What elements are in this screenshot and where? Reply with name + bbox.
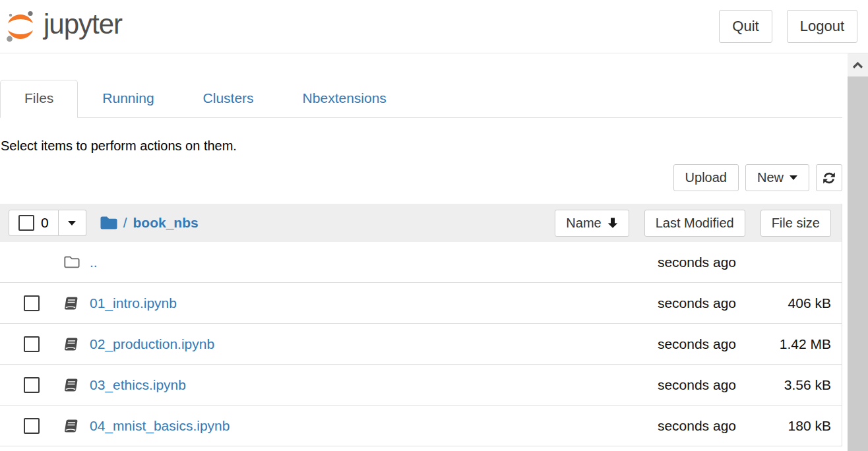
folder-icon — [100, 216, 117, 230]
notebook-list: 0 / book_nbs Name Last Modified — [0, 204, 842, 446]
refresh-icon — [822, 171, 836, 185]
row-checkbox[interactable] — [24, 377, 40, 393]
file-size-value: 1.42 MB — [736, 336, 842, 352]
folder-outline-icon — [63, 255, 80, 269]
file-name-link[interactable]: 04_mnist_basics.ipynb — [90, 418, 230, 433]
breadcrumb-current-folder[interactable]: book_nbs — [133, 215, 199, 231]
notebook-icon — [63, 419, 79, 433]
breadcrumb: / book_nbs — [100, 215, 199, 231]
tab-bar: Files Running Clusters Nbextensions — [0, 80, 842, 118]
breadcrumb-root-link[interactable]: / — [123, 215, 127, 231]
file-row: 04_mnist_basics.ipynb seconds ago 180 kB — [0, 406, 842, 446]
sort-name-button[interactable]: Name — [555, 210, 629, 237]
file-name-link[interactable]: 02_production.ipynb — [90, 336, 214, 351]
chevron-down-icon — [68, 221, 76, 226]
jupyter-planet-icon — [5, 8, 36, 45]
notebook-icon — [63, 378, 79, 392]
select-items-hint: Select items to perform actions on them. — [0, 138, 842, 154]
new-dropdown-button[interactable]: New — [745, 164, 809, 191]
row-checkbox[interactable] — [24, 295, 40, 311]
last-modified-value: seconds ago — [604, 418, 736, 434]
new-label: New — [757, 170, 784, 185]
last-modified-value: seconds ago — [604, 255, 736, 270]
last-modified-value: seconds ago — [604, 377, 736, 393]
sort-last-modified-button[interactable]: Last Modified — [644, 210, 745, 237]
file-row: 03_ethics.ipynb seconds ago 3.56 kB — [0, 365, 842, 406]
tab-nbextensions[interactable]: Nbextensions — [278, 80, 411, 118]
chevron-up-icon — [852, 61, 864, 69]
top-header: jupyter Quit Logout — [0, 0, 868, 53]
file-list-rows: .. seconds ago 01_intro.ipynb seconds ag… — [0, 242, 842, 446]
tab-files[interactable]: Files — [0, 80, 78, 118]
selected-count: 0 — [41, 215, 49, 231]
tab-clusters[interactable]: Clusters — [179, 80, 278, 118]
select-all-button[interactable]: 0 — [9, 210, 59, 236]
chevron-down-icon — [790, 175, 797, 180]
sort-file-size-button[interactable]: File size — [760, 210, 831, 237]
tab-running[interactable]: Running — [78, 80, 178, 118]
main-content: Files Running Clusters Nbextensions Sele… — [0, 53, 842, 446]
refresh-button[interactable] — [816, 164, 842, 191]
select-all-checkbox[interactable] — [18, 215, 34, 231]
logout-button[interactable]: Logout — [787, 10, 857, 43]
file-name-link[interactable]: 01_intro.ipynb — [90, 295, 177, 311]
file-name-link[interactable]: 03_ethics.ipynb — [90, 377, 186, 392]
file-name-link[interactable]: .. — [90, 255, 98, 270]
sort-name-label: Name — [566, 216, 601, 231]
select-filter-dropdown[interactable] — [59, 210, 86, 236]
notebook-icon — [63, 337, 79, 351]
file-size-value: 3.56 kB — [736, 377, 842, 393]
vertical-scrollbar[interactable] — [848, 53, 868, 451]
scroll-up-button[interactable] — [848, 53, 868, 76]
notebook-icon — [63, 296, 79, 311]
upload-button[interactable]: Upload — [673, 164, 739, 191]
file-row: 01_intro.ipynb seconds ago 406 kB — [0, 283, 842, 324]
file-row: .. seconds ago — [0, 242, 842, 283]
file-row: 02_production.ipynb seconds ago 1.42 MB — [0, 324, 842, 365]
file-toolbar: Upload New — [0, 164, 842, 191]
quit-button[interactable]: Quit — [719, 10, 772, 43]
last-modified-value: seconds ago — [604, 295, 736, 311]
row-checkbox[interactable] — [24, 418, 40, 434]
list-header-row: 0 / book_nbs Name Last Modified — [0, 204, 842, 242]
file-size-value: 180 kB — [736, 418, 842, 434]
logo-wordmark: jupyter — [44, 9, 122, 40]
arrow-down-icon — [607, 217, 618, 229]
last-modified-value: seconds ago — [604, 336, 736, 352]
scrollbar-thumb[interactable] — [848, 76, 868, 451]
file-size-value: 406 kB — [736, 295, 842, 311]
row-checkbox[interactable] — [24, 336, 40, 352]
jupyter-logo[interactable]: jupyter — [0, 8, 122, 45]
